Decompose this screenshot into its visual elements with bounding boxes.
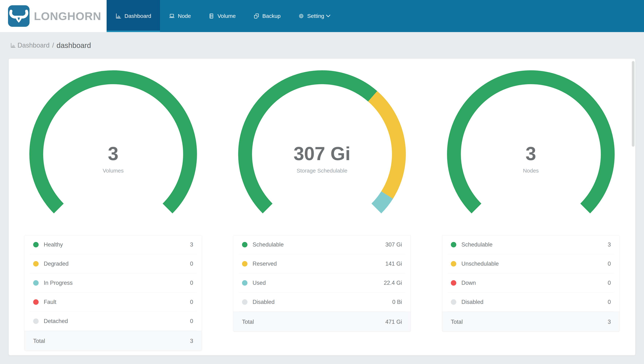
legend-color-dot xyxy=(242,242,248,248)
dashboard-card: 3VolumesHealthy3Degraded0In Progress0Fau… xyxy=(9,59,635,355)
legend-total-row: Total3 xyxy=(24,331,202,351)
legend-color-dot xyxy=(33,261,39,266)
legend-color-dot xyxy=(242,299,248,305)
legend-label: Unschedulable xyxy=(462,260,499,267)
legend-row-disabled: Disabled0 Bi xyxy=(239,292,405,312)
legend-row-reserved: Reserved141 Gi xyxy=(239,254,405,274)
gauge-center-value: 3 xyxy=(29,144,197,164)
total-value: 3 xyxy=(608,319,611,325)
legend-value: 141 Gi xyxy=(386,260,402,267)
longhorn-app: LONGHORN DashboardNodeVolumeBackupSettin… xyxy=(0,0,644,355)
legend-row-fault: Fault0 xyxy=(30,292,196,312)
legend-table-nodes: Schedulable3Unschedulable0Down0Disabled0… xyxy=(442,235,620,332)
legend-row-degraded: Degraded0 xyxy=(30,254,196,274)
breadcrumb-current-page: dashboard xyxy=(56,41,91,50)
legend-label: Healthy xyxy=(44,242,63,248)
legend-label: Reserved xyxy=(252,260,277,267)
legend-value: 3 xyxy=(608,242,611,248)
gear-icon xyxy=(298,13,304,19)
legend-row-healthy: Healthy3 xyxy=(30,235,196,254)
tab-dashboard[interactable]: Dashboard xyxy=(106,0,160,32)
total-label: Total xyxy=(33,338,45,344)
total-value: 471 Gi xyxy=(386,319,402,325)
legend-value: 0 Bi xyxy=(392,299,402,305)
legend-value: 0 xyxy=(190,318,193,324)
legend-color-dot xyxy=(33,318,39,324)
legend-row-schedulable: Schedulable307 Gi xyxy=(239,235,405,254)
legend-row-used: Used22.4 Gi xyxy=(239,274,405,292)
legend-label: Disabled xyxy=(252,299,274,305)
legend-value: 0 xyxy=(190,280,193,286)
breadcrumb-separator: / xyxy=(52,42,54,49)
breadcrumb-section[interactable]: Dashboard xyxy=(18,42,50,49)
legend-value: 22.4 Gi xyxy=(384,280,402,286)
legend-label: Down xyxy=(462,280,476,286)
legend-row-schedulable: Schedulable3 xyxy=(448,235,614,254)
legend-label: Schedulable xyxy=(462,242,492,248)
legend-color-dot xyxy=(33,242,39,248)
chevron-down-icon xyxy=(326,14,331,18)
gauge-column-volumes: 3VolumesHealthy3Degraded0In Progress0Fau… xyxy=(9,59,218,351)
legend-value: 0 xyxy=(190,299,193,305)
legend-value: 0 xyxy=(608,260,611,267)
gauge-segment-used xyxy=(376,195,387,208)
breadcrumb: Dashboard / dashboard xyxy=(0,32,644,59)
tab-label: Dashboard xyxy=(124,13,151,19)
legend-row-in-progress: In Progress0 xyxy=(30,274,196,292)
total-label: Total xyxy=(242,319,254,325)
legend-color-dot xyxy=(451,242,456,248)
legend-value: 307 Gi xyxy=(386,242,402,248)
legend-value: 3 xyxy=(190,242,193,248)
legend-label: Fault xyxy=(44,299,56,305)
logo[interactable]: LONGHORN xyxy=(0,0,106,32)
legend-color-dot xyxy=(33,280,39,286)
tab-label: Backup xyxy=(262,13,281,19)
longhorn-bull-logo-icon xyxy=(8,5,30,27)
gauge-column-nodes: 3NodesSchedulable3Unschedulable0Down0Dis… xyxy=(426,59,635,332)
legend-table-volumes: Healthy3Degraded0In Progress0Fault0Detac… xyxy=(24,235,202,351)
copy-icon xyxy=(253,13,260,19)
tab-label: Setting xyxy=(307,13,324,19)
legend-color-dot xyxy=(33,299,39,305)
legend-color-dot xyxy=(242,280,248,286)
legend-color-dot xyxy=(242,261,248,266)
gauge-center-label: Volumes xyxy=(29,168,197,174)
legend-value: 0 xyxy=(608,299,611,305)
gauge-center-value: 307 Gi xyxy=(238,144,406,164)
legend-label: Used xyxy=(252,280,266,286)
top-nav-bar: LONGHORN DashboardNodeVolumeBackupSettin… xyxy=(0,0,644,32)
total-value: 3 xyxy=(190,338,193,344)
gauge-center-label: Storage Schedulable xyxy=(238,168,406,174)
legend-value: 0 xyxy=(608,280,611,286)
legend-label: Detached xyxy=(44,318,68,324)
legend-row-down: Down0 xyxy=(448,274,614,292)
bar-chart-icon xyxy=(10,42,16,48)
legend-total-row: Total471 Gi xyxy=(233,312,411,332)
legend-label: Degraded xyxy=(44,260,68,267)
tab-node[interactable]: Node xyxy=(160,0,200,32)
bar-chart-icon xyxy=(115,13,122,19)
tab-backup[interactable]: Backup xyxy=(244,0,290,32)
legend-label: In Progress xyxy=(44,280,73,286)
tab-setting[interactable]: Setting xyxy=(290,0,340,32)
logo-text: LONGHORN xyxy=(34,10,101,22)
legend-value: 0 xyxy=(190,260,193,267)
tab-label: Volume xyxy=(218,13,236,19)
legend-color-dot xyxy=(451,280,456,286)
gauge-center-value: 3 xyxy=(447,144,615,164)
legend-row-unschedulable: Unschedulable0 xyxy=(448,254,614,274)
tab-label: Node xyxy=(178,13,191,19)
legend-table-storage-schedulable: Schedulable307 GiReserved141 GiUsed22.4 … xyxy=(233,235,411,332)
legend-label: Disabled xyxy=(462,299,484,305)
gauge-center-label: Nodes xyxy=(447,168,615,174)
server-stack-icon xyxy=(208,13,214,19)
legend-label: Schedulable xyxy=(252,242,284,248)
tab-volume[interactable]: Volume xyxy=(200,0,244,32)
legend-total-row: Total3 xyxy=(442,312,620,332)
legend-row-disabled: Disabled0 xyxy=(448,292,614,312)
scrollbar-thumb[interactable] xyxy=(632,61,634,147)
gauge-chart-volumes: 3Volumes xyxy=(29,70,197,238)
gauge-chart-storage-schedulable: 307 GiStorage Schedulable xyxy=(238,70,406,238)
laptop-icon xyxy=(169,13,175,19)
nav-tabs: DashboardNodeVolumeBackupSetting xyxy=(106,0,340,32)
